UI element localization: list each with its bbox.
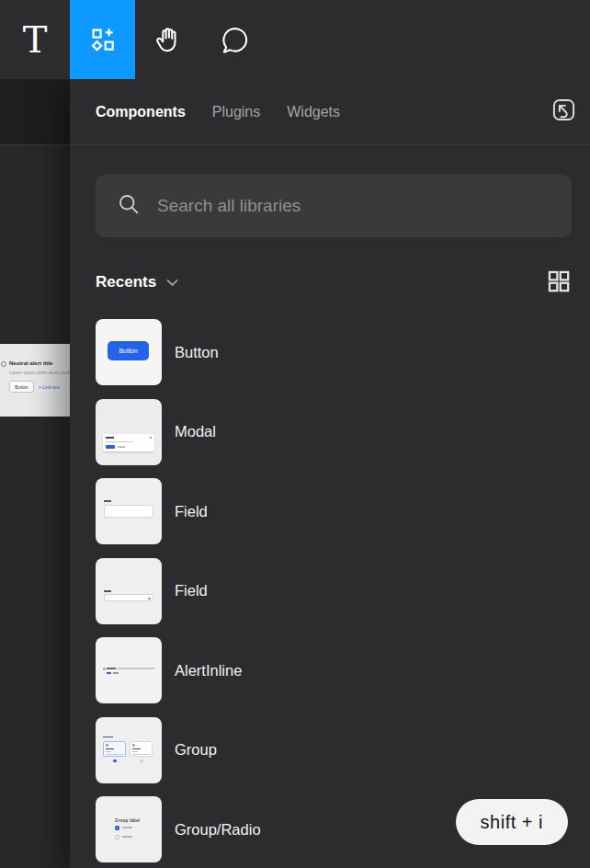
text-tool-icon: T bbox=[23, 21, 48, 58]
field-component-thumbnail bbox=[96, 478, 162, 544]
insert-panel: Components Plugins Widgets Recents bbox=[70, 79, 590, 868]
panel-tabs: Components Plugins Widgets bbox=[70, 79, 590, 145]
tab-components[interactable]: Components bbox=[96, 104, 186, 120]
field-select-component-thumbnail bbox=[96, 558, 162, 624]
modal-component-thumbnail bbox=[96, 399, 162, 465]
button-component-thumbnail: Button bbox=[96, 319, 162, 385]
comment-bubble-icon bbox=[220, 25, 250, 55]
components-icon bbox=[88, 25, 118, 54]
search-bar[interactable] bbox=[96, 175, 572, 237]
alert-body: Lorem ipsum dolor amet conse bbox=[9, 370, 73, 375]
pin-panel-button[interactable] bbox=[548, 97, 579, 128]
components-tool-button[interactable] bbox=[70, 0, 135, 79]
list-item-group[interactable]: Group bbox=[96, 717, 590, 783]
item-label: Group bbox=[175, 741, 217, 759]
alert-title: Neutral alert title bbox=[9, 360, 52, 366]
alert-button: Button bbox=[9, 381, 34, 393]
list-item-button[interactable]: Button Button bbox=[96, 319, 590, 385]
alert-link: + Link text bbox=[39, 384, 60, 390]
text-tool-button[interactable]: T bbox=[0, 0, 70, 79]
shortcut-badge: shift + i bbox=[456, 799, 568, 845]
item-label: Field bbox=[175, 582, 208, 600]
canvas-background-band bbox=[0, 79, 70, 145]
list-item-alertinline[interactable]: AlertInline bbox=[96, 637, 590, 703]
search-icon bbox=[116, 191, 142, 221]
shortcut-badge-text: shift + i bbox=[481, 812, 543, 833]
hand-tool-button[interactable] bbox=[135, 0, 201, 79]
list-item-field-1[interactable]: Field bbox=[96, 478, 590, 544]
tab-plugins[interactable]: Plugins bbox=[212, 104, 260, 120]
toolbar: T bbox=[0, 0, 590, 79]
item-label: Group/Radio bbox=[175, 821, 261, 839]
grid-view-icon bbox=[546, 268, 571, 297]
recents-title: Recents bbox=[96, 273, 156, 291]
comment-tool-button[interactable] bbox=[201, 0, 267, 79]
hand-icon bbox=[153, 25, 184, 55]
recents-section-toggle[interactable]: Recents bbox=[96, 273, 178, 291]
item-label: Modal bbox=[175, 423, 216, 440]
mini-button: Button bbox=[108, 341, 149, 360]
recents-header: Recents bbox=[96, 268, 572, 297]
item-label: Button bbox=[175, 344, 219, 361]
tab-widgets[interactable]: Widgets bbox=[287, 104, 340, 120]
arrow-up-left-square-icon bbox=[550, 96, 578, 128]
group-component-thumbnail bbox=[96, 717, 162, 783]
list-item-modal[interactable]: Modal bbox=[96, 399, 590, 465]
chevron-down-icon bbox=[166, 273, 178, 291]
list-item-field-2[interactable]: Field bbox=[96, 558, 590, 624]
recents-list: Button Button Modal Field F bbox=[96, 319, 590, 868]
grid-view-button[interactable] bbox=[544, 268, 572, 296]
alertinline-component-thumbnail bbox=[96, 637, 162, 703]
search-input[interactable] bbox=[157, 196, 551, 216]
item-label: Field bbox=[175, 503, 208, 520]
group-radio-component-thumbnail: Group label bbox=[96, 796, 162, 862]
item-label: AlertInline bbox=[175, 662, 242, 680]
info-icon bbox=[1, 361, 6, 367]
canvas-alert-component-preview[interactable]: Neutral alert title Lorem ipsum dolor am… bbox=[0, 344, 74, 417]
